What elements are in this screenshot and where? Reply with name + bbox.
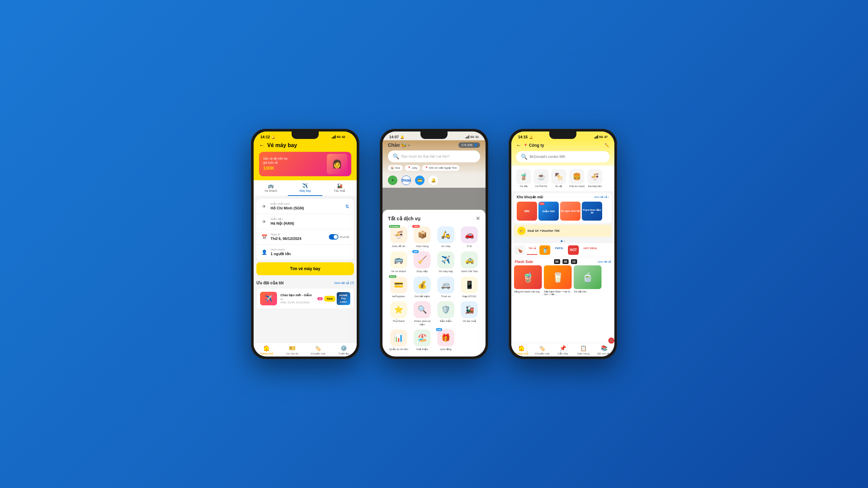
close-sheet-button[interactable]: ✕ xyxy=(476,215,480,222)
search-input-3[interactable] xyxy=(530,155,605,159)
swap-button[interactable]: ⇅ xyxy=(345,204,349,209)
back-button-1[interactable]: ← xyxy=(259,142,264,148)
screen-3: 14:15 🔔 5G 47 ← 📍 Công ty ✏️ xyxy=(511,131,614,357)
category-tra-sua[interactable]: 🧋 Trà sữa xyxy=(516,169,531,188)
service-kham-pha[interactable]: 🔍 Khám phá sự kiện xyxy=(412,301,433,326)
departure-field[interactable]: ✈ Điểm khởi hành Hồ Chí Minh (SGN) ⇅ xyxy=(256,199,354,214)
menu-tab-all[interactable]: Tất cả xyxy=(527,245,537,255)
quick-percent-btn[interactable]: 0%lãi xyxy=(401,176,411,185)
service-thu-thach[interactable]: ⭐ Thử thách xyxy=(388,301,410,326)
service-thue-xe[interactable]: 🚐 Thuê xe xyxy=(435,277,457,298)
service-xe-may[interactable]: 🛵 Xe máy xyxy=(435,226,457,248)
header-2: Chào 🐝 ▾ 176.938 👤 🔍 Bạn muốn be đưa đến… xyxy=(382,140,486,174)
date-field[interactable]: 📅 Ngày đi Thứ 6, 06/12/2024 Khứ hồi xyxy=(256,229,354,245)
nav-orders-3[interactable]: 📋 Đơn hàng xyxy=(573,345,594,355)
food-card-2[interactable]: 🥛 Sữa Hạnh Nhân + Hat óc chó + Yến ... xyxy=(544,265,572,340)
service-nap-dt[interactable]: 📱 Nạp ĐT/3G xyxy=(459,277,480,298)
service-quan-ly-chi-tieu[interactable]: 📊 Quản lý chi tiêu xyxy=(388,329,410,351)
promo-an-ngon[interactable]: Ăn ngon deal hội xyxy=(560,202,580,221)
network-1: 5G xyxy=(337,135,341,139)
return-toggle[interactable] xyxy=(329,234,338,240)
service-ve-xe-khach[interactable]: 🚌 Vé xe khách xyxy=(388,251,410,273)
category-thuc-an-nhanh[interactable]: 🍔 Thức ăn nhanh xyxy=(569,169,585,188)
service-bepaylater[interactable]: 0% lãi 💳 bePaylater xyxy=(388,277,410,298)
header-row-3: ← 📍 Công ty ✏️ xyxy=(516,142,610,148)
promo-giam-50k[interactable]: -5 9 Giảm 50K xyxy=(538,202,559,221)
service-qua-tang[interactable]: Mới 🎁 Quà tặng xyxy=(435,329,457,351)
nav-collection-3[interactable]: 📚 Bộ sưu tập xyxy=(594,345,614,355)
service-label-food: Giao đồ ăn xyxy=(392,245,406,248)
service-ve-may-bay[interactable]: ✈️ Vé máy bay xyxy=(435,251,457,273)
nav-promos-label-1: Khuyến mãi xyxy=(311,352,326,355)
timer-seconds: 10 xyxy=(571,259,577,264)
quick-wallet-btn[interactable]: 💳 xyxy=(415,176,425,185)
category-bun-my[interactable]: 🍜 Bún/Mỳ/Cơm xyxy=(588,169,603,188)
search-bar-2[interactable]: 🔍 Bạn muốn be đưa đến nơi nào? xyxy=(388,150,480,162)
quick-add-btn[interactable]: + xyxy=(388,176,397,185)
passengers-content: Hành khách 1 người lớn xyxy=(271,248,349,256)
service-gioi-thieu[interactable]: 🏖️ Giới thiệu xyxy=(412,329,433,351)
food-card-1[interactable]: 🧋 Hồng trà chanh mát ong xyxy=(514,265,542,340)
search-bar-3[interactable]: 🔍 xyxy=(516,151,610,162)
service-ve-tau-hoa[interactable]: 🚂 Vé tàu hoả xyxy=(459,301,480,326)
nav-home-1[interactable]: 🏠 Trang chủ xyxy=(254,345,279,355)
arrival-field[interactable]: ✈ Điểm đến Hà Nội (HAN) xyxy=(256,214,354,229)
quick-notify-btn[interactable]: 🔔 xyxy=(429,176,438,185)
search-flights-button[interactable]: Tìm vé máy bay xyxy=(256,262,354,275)
tab-tau-hoa[interactable]: 🚂 Tàu hoả xyxy=(322,180,357,196)
service-bao-hiem[interactable]: 🛡️ Bảo hiểm xyxy=(435,301,457,326)
nav-home-3[interactable]: 🏠 Trang chủ xyxy=(511,345,532,355)
see-all-promos-3[interactable]: Xem tất cả › xyxy=(594,196,609,199)
promo-card[interactable]: ✈️ Chào bạn mới - Giảm ... HSD: 23:59, 3… xyxy=(256,288,354,309)
insurance-icon: 🛡️ xyxy=(441,305,450,314)
menu-tab-pepsi[interactable]: PEPSI xyxy=(552,245,566,255)
service-label-challenge: Thử thách xyxy=(393,320,405,323)
category-ca-phe[interactable]: ☕ Cà Phê/Trà xyxy=(534,169,549,188)
food-badge: Freeship xyxy=(389,225,400,228)
banner-image: 👩 xyxy=(327,154,347,174)
location-chip-home[interactable]: 🏠 Nhà xyxy=(388,165,403,171)
nav-settings-1[interactable]: ⚙️ Thiết lập xyxy=(331,345,357,355)
service-icon-refer: 🏖️ xyxy=(414,329,431,346)
flash-sale-header: Flash Sale 00 : 48 : 10 Xem tất cả xyxy=(511,257,614,265)
bottom-nav-1: 🏠 Trang chủ 🎫 Vé của tôi 🏷️ Khuyến mãi ⚙… xyxy=(254,343,357,357)
category-an-vat[interactable]: 🍢 Ăn vặt xyxy=(551,169,566,188)
banner-amount: 100K xyxy=(263,165,327,171)
nav-tickets-1[interactable]: 🎫 Vé của tôi xyxy=(279,345,305,355)
service-o-to[interactable]: 🚗 Ô tô xyxy=(459,226,480,248)
service-giup-viec[interactable]: Mới 🧹 Giúp việc xyxy=(412,251,433,273)
see-all-promotions[interactable]: Xem tất cả (7) xyxy=(334,281,354,285)
location-row-3: 📍 Công ty xyxy=(524,143,603,148)
menu-tab-hot-deal[interactable]: HOT DEAL xyxy=(581,245,600,255)
menu-thumb-3: HOT xyxy=(568,245,579,255)
location-chip-address[interactable]: 📍 659 Xô Viết Nghệ Tĩnh xyxy=(422,165,460,171)
battery-2: 31 xyxy=(475,135,479,139)
service-label-topup: Nạp ĐT/3G xyxy=(462,295,476,298)
deal-1k-row[interactable]: 🎫 Deal 1K +Voucher 70K xyxy=(514,225,612,237)
service-goi-tiet-kiem[interactable]: 💰 Gói tiết kiệm xyxy=(412,277,433,298)
nav-promos-3[interactable]: 🏷️ Khuyến mãi xyxy=(532,345,553,355)
dropdown-arrow[interactable]: ▾ xyxy=(408,143,410,147)
location-chip-jelly[interactable]: 📍 Jelly xyxy=(405,165,420,171)
nav-promos-1[interactable]: 🏷️ Khuyến mãi xyxy=(305,345,331,355)
promo-pepsi[interactable]: Pepsi khao đậm đà xyxy=(582,202,602,221)
promo-popeyes[interactable]: 39K xyxy=(517,202,537,221)
header-1: ← Vé máy bay Săn vé tết trên be, giá luô… xyxy=(254,140,357,180)
service-giao-do-an[interactable]: Freeship 🍜 Giao đồ ăn xyxy=(388,226,410,248)
promotions-section: Ưu đãi của tôi Xem tất cả (7) ✈️ Chào bạ… xyxy=(254,278,357,343)
nav-pin-3[interactable]: 📌 Gắn đây xyxy=(553,345,573,355)
jelly-chip-label: Jelly xyxy=(412,166,417,169)
promo-view-button[interactable]: Xem xyxy=(324,296,335,302)
edit-location-button[interactable]: ✏️ xyxy=(605,143,610,148)
see-all-flash-sale[interactable]: Xem tất cả xyxy=(598,260,611,263)
tra-sua-label: Trà sữa xyxy=(519,185,528,188)
service-giao-hang[interactable]: -50% 📦 Giao hàng xyxy=(412,226,433,248)
tab-xe-khach[interactable]: 🚌 Xe khách xyxy=(254,180,288,196)
food-card-3[interactable]: 🍵 Trà sữa Old... 🛒 xyxy=(574,265,601,340)
passengers-field[interactable]: 👤 Hành khách 1 người lớn xyxy=(256,245,354,260)
status-left-2: 14:07 🔔 xyxy=(389,135,404,139)
promo-header-3: Kho khuyến mãi Xem tất cả › xyxy=(514,193,612,200)
tab-may-bay[interactable]: ✈️ Máy bay xyxy=(288,180,322,196)
service-xanh-sm[interactable]: 🚕 Xanh SM Taxi xyxy=(459,251,480,273)
back-button-3[interactable]: ← xyxy=(516,142,521,148)
